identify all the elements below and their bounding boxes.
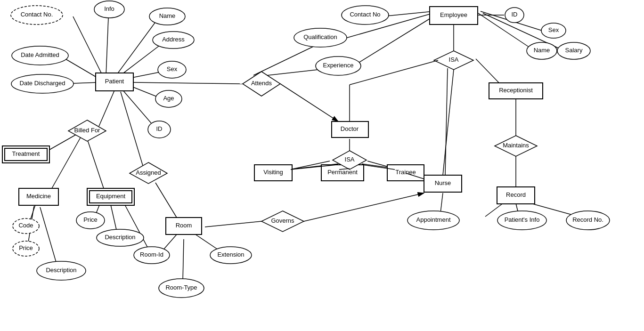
svg-line-38 bbox=[445, 68, 448, 175]
room-id-label: Room-Id bbox=[140, 251, 163, 258]
patient-id-label: ID bbox=[156, 125, 163, 132]
record-pinfo-label: Patient's Info bbox=[505, 216, 540, 223]
patient-sex-label: Sex bbox=[167, 65, 178, 73]
nurse-appt-label: Appointment bbox=[416, 216, 451, 223]
svg-line-21 bbox=[205, 221, 261, 227]
equip-desc-label: Description bbox=[105, 234, 135, 241]
assigned-label: Assigned bbox=[136, 169, 161, 176]
treatment-label: Treatment bbox=[12, 150, 40, 157]
svg-line-17 bbox=[155, 183, 177, 218]
svg-line-56 bbox=[350, 60, 438, 85]
record-no-label: Record No. bbox=[572, 216, 603, 223]
equipment-label: Equipment bbox=[96, 193, 126, 200]
governs-label: Governs bbox=[271, 217, 294, 224]
svg-line-33 bbox=[382, 11, 433, 16]
svg-line-57 bbox=[443, 70, 454, 175]
room-label: Room bbox=[176, 222, 192, 229]
date-discharged-label: Date Discharged bbox=[20, 80, 65, 87]
svg-line-6 bbox=[73, 16, 104, 78]
patient-label: Patient bbox=[105, 78, 124, 85]
svg-line-28 bbox=[40, 207, 57, 264]
svg-line-11 bbox=[280, 84, 338, 121]
receptionist-label: Receptionist bbox=[499, 87, 533, 94]
emp-salary-label: Salary bbox=[565, 47, 583, 54]
medicine-code-label: Code bbox=[18, 222, 33, 229]
svg-line-1 bbox=[114, 19, 158, 78]
svg-line-14 bbox=[87, 139, 104, 188]
visiting-label: Visiting bbox=[263, 169, 283, 176]
svg-line-7 bbox=[106, 18, 108, 75]
employee-label: Employee bbox=[440, 11, 467, 18]
patient-info-label: Info bbox=[104, 5, 114, 12]
patient-name-label: Name bbox=[159, 12, 176, 19]
equip-price-label: Price bbox=[83, 216, 98, 223]
maintains-label: Maintains bbox=[503, 142, 529, 149]
nurse-label: Nurse bbox=[435, 179, 451, 186]
date-admitted-label: Date Admitted bbox=[21, 51, 59, 58]
doctor-label: Doctor bbox=[341, 125, 359, 132]
svg-line-19 bbox=[183, 239, 184, 282]
svg-line-52 bbox=[440, 193, 443, 213]
trainee-label: Trainee bbox=[395, 169, 416, 176]
experience-label: Experience bbox=[323, 62, 353, 69]
qualification-label: Qualification bbox=[303, 33, 337, 40]
room-type-label: Room-Type bbox=[165, 284, 197, 291]
permanent-label: Permanent bbox=[327, 169, 358, 176]
emp-name-label: Name bbox=[534, 47, 550, 54]
patient-address-label: Address bbox=[162, 36, 185, 43]
svg-line-24 bbox=[111, 205, 117, 232]
emp-id-label: ID bbox=[512, 11, 518, 18]
svg-line-22 bbox=[304, 193, 424, 221]
svg-line-15 bbox=[52, 137, 81, 188]
extension-label: Extension bbox=[217, 251, 244, 258]
svg-line-49 bbox=[485, 202, 504, 217]
medicine-price-label: Price bbox=[19, 244, 33, 251]
isa-employee-label: ISA bbox=[449, 56, 459, 63]
er-diagram: Patient Employee Doctor Treatment Equipm… bbox=[0, 0, 644, 331]
medicine-desc-label: Description bbox=[46, 266, 76, 274]
svg-line-8 bbox=[61, 57, 99, 79]
svg-line-12 bbox=[99, 90, 114, 126]
billed-for-label: Billed For bbox=[74, 127, 101, 134]
isa-doctor-label: ISA bbox=[345, 156, 355, 163]
record-label: Record bbox=[506, 191, 526, 198]
medicine-label: Medicine bbox=[26, 193, 51, 200]
svg-line-10 bbox=[132, 82, 243, 84]
svg-line-16 bbox=[121, 92, 144, 169]
emp-contact-label: Contact No bbox=[350, 11, 380, 18]
svg-line-13 bbox=[49, 134, 77, 150]
patient-age-label: Age bbox=[163, 95, 174, 102]
attends-label: Attends bbox=[251, 80, 272, 87]
emp-sex-label: Sex bbox=[548, 26, 559, 33]
patient-contact-label: Contact No. bbox=[21, 11, 53, 18]
